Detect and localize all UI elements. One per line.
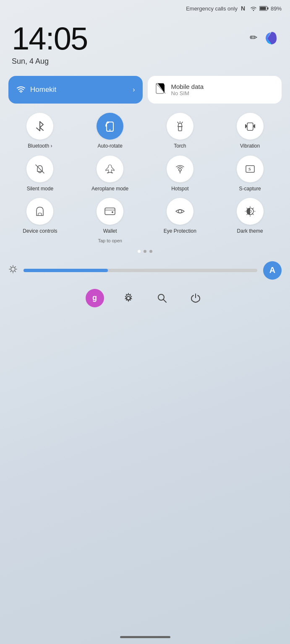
- svg-point-19: [127, 296, 130, 300]
- toggle-torch[interactable]: Torch: [147, 113, 214, 150]
- profile-button[interactable]: g: [86, 289, 104, 307]
- svg-rect-4: [267, 7, 269, 9]
- home-bar: [120, 636, 170, 638]
- scapture-label: S-capture: [239, 186, 261, 192]
- wifi-status-icon: [250, 5, 257, 11]
- edit-icon[interactable]: ✏: [250, 32, 257, 43]
- svg-rect-8: [178, 127, 182, 131]
- mobile-data-tile[interactable]: Mobile data No SIM: [148, 76, 282, 104]
- mobile-data-sub: No SIM: [171, 90, 204, 96]
- no-sim-icon: [155, 83, 166, 97]
- svg-rect-3: [260, 7, 266, 10]
- wallet-circle: [97, 198, 123, 225]
- svg-point-5: [21, 92, 22, 93]
- status-text: Emergency calls only: [186, 5, 238, 12]
- toggle-grid: Bluetooth › Auto-rotate Torch Vibration …: [0, 104, 290, 243]
- toggle-vibration[interactable]: Vibration: [217, 113, 283, 150]
- page-dot-2: [144, 250, 146, 253]
- mobile-data-label: Mobile data: [171, 83, 204, 90]
- darktheme-circle: [237, 198, 264, 225]
- svg-rect-13: [105, 208, 115, 215]
- aeroplane-label: Aeroplane mode: [91, 186, 128, 192]
- toggle-silent[interactable]: Silent mode: [7, 156, 73, 192]
- svg-text:N: N: [241, 5, 245, 12]
- svg-point-18: [11, 267, 15, 271]
- darktheme-label: Dark theme: [237, 228, 263, 235]
- svg-text:S: S: [248, 167, 251, 171]
- svg-point-10: [179, 169, 181, 171]
- status-icons: N 89%: [241, 5, 282, 12]
- status-bar: Emergency calls only N 89%: [0, 0, 290, 14]
- homekit-wifi-icon: [16, 84, 26, 95]
- torch-label: Torch: [174, 143, 186, 150]
- page-dots: [0, 250, 290, 253]
- brand-logo-icon: [263, 30, 278, 45]
- bluetooth-circle: [26, 113, 53, 140]
- brightness-fill: [24, 269, 108, 272]
- hotspot-label: Hotspot: [171, 186, 188, 192]
- battery-icon: [259, 6, 269, 11]
- brightness-icon: [8, 265, 18, 276]
- eyeprotection-label: Eye Protection: [164, 228, 196, 235]
- svg-point-14: [112, 211, 113, 213]
- time-icons-group: ✏: [250, 30, 278, 45]
- svg-point-1: [253, 10, 254, 11]
- brightness-row: A: [0, 253, 290, 280]
- toggle-wallet[interactable]: Wallet Tap to open: [77, 198, 144, 243]
- toggle-autorotate[interactable]: Auto-rotate: [77, 113, 144, 150]
- vibration-circle: [237, 113, 264, 140]
- wallet-sub: Tap to open: [98, 238, 122, 243]
- torch-circle: [167, 113, 193, 140]
- toggle-devicecontrols[interactable]: Device controls: [7, 198, 73, 243]
- bottom-actions: g: [0, 280, 290, 307]
- eyeprotection-circle: [167, 198, 193, 225]
- silent-circle: [26, 156, 53, 182]
- autorotate-circle: [97, 113, 123, 140]
- homekit-label: Homekit: [30, 86, 128, 94]
- time-section: 14:05 Sun, 4 Aug ✏: [0, 14, 290, 66]
- svg-rect-9: [247, 123, 253, 130]
- toggle-eyeprotection[interactable]: Eye Protection: [147, 198, 214, 243]
- quick-tiles-row: Homekit › Mobile data No SIM: [0, 66, 290, 104]
- page-dot-3: [149, 250, 152, 253]
- page-dot-1: [138, 250, 141, 253]
- time-display: 14:05: [12, 23, 87, 55]
- silent-label: Silent mode: [27, 186, 53, 192]
- vibration-label: Vibration: [240, 143, 260, 150]
- toggle-scapture[interactable]: S S-capture: [217, 156, 283, 192]
- date-display: Sun, 4 Aug: [12, 57, 87, 66]
- aeroplane-circle: [97, 156, 123, 182]
- devicecontrols-circle: [26, 198, 53, 225]
- wallet-label: Wallet: [103, 228, 117, 235]
- settings-button[interactable]: [119, 289, 138, 307]
- nfc-icon: N: [241, 5, 248, 12]
- hotspot-circle: [167, 156, 193, 182]
- scapture-circle: S: [237, 156, 264, 182]
- brightness-avatar[interactable]: A: [263, 261, 282, 280]
- homekit-chevron-icon: ›: [133, 86, 135, 93]
- devicecontrols-label: Device controls: [23, 228, 57, 235]
- toggle-aeroplane[interactable]: Aeroplane mode: [77, 156, 144, 192]
- toggle-darktheme[interactable]: Dark theme: [217, 198, 283, 243]
- bluetooth-label: Bluetooth ›: [28, 143, 52, 150]
- battery-text: 89%: [271, 5, 282, 12]
- brightness-track[interactable]: [24, 269, 257, 272]
- search-button[interactable]: [153, 289, 171, 307]
- power-button[interactable]: [186, 289, 205, 307]
- autorotate-label: Auto-rotate: [97, 143, 122, 150]
- toggle-hotspot[interactable]: Hotspot: [147, 156, 214, 192]
- toggle-bluetooth[interactable]: Bluetooth ›: [7, 113, 73, 150]
- homekit-tile[interactable]: Homekit ›: [8, 76, 143, 104]
